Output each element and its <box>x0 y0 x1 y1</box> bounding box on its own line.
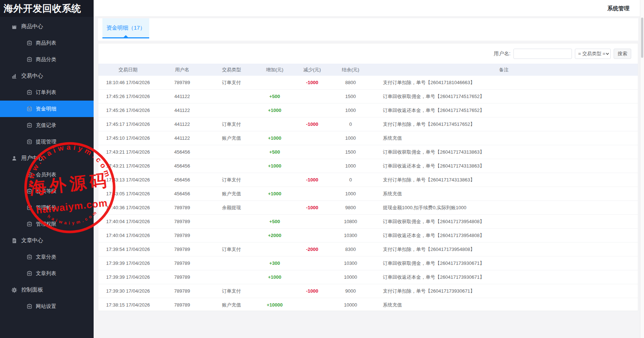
cell-user: 456456 <box>158 187 207 201</box>
cell-minus <box>293 145 331 159</box>
cell-balance: 0 <box>331 117 370 131</box>
cell-time: 17:45:26 17/04/2026 <box>98 104 158 117</box>
cell-add <box>256 201 293 215</box>
sidebar-item-label: 充值记录 <box>36 122 56 129</box>
username-input[interactable] <box>513 49 572 59</box>
cell-balance: 1000 <box>331 104 370 117</box>
cell-balance: 1000 <box>331 187 370 201</box>
cell-type: 订单支付 <box>207 173 256 187</box>
cell-time: 17:43:21 17/04/2026 <box>98 159 158 173</box>
column-header: 减少(元) <box>293 64 331 76</box>
sidebar-item-17[interactable]: 控制面板 <box>0 282 94 298</box>
cell-type: 订单支付 <box>207 76 256 90</box>
sidebar-item-4[interactable]: 交易中心 <box>0 68 94 84</box>
cell-minus <box>293 215 331 229</box>
doc-chart-icon <box>26 172 33 177</box>
content-card: 用户名: = 交易类型 = 搜索 交易日期用户名交易类型增加(元)减少(元)结余… <box>98 43 638 311</box>
table-row: 17:45:10 17/04/2026441122账户充值+10001000系统… <box>98 131 638 145</box>
sidebar-item-14[interactable]: 文章中心 <box>0 232 94 249</box>
cell-balance: 10000 <box>331 298 370 312</box>
doc-chart-icon <box>26 123 33 128</box>
sidebar-item-16[interactable]: 文章列表 <box>0 265 94 282</box>
table-row: 17:43:13 17/04/2026456456订单支付-10000支付订单扣… <box>98 173 638 187</box>
doc-chart-icon <box>26 40 33 46</box>
doc-chart-icon <box>26 221 33 227</box>
cell-minus <box>293 256 331 270</box>
cell-type <box>207 229 256 243</box>
cell-type <box>207 104 256 117</box>
cell-minus <box>293 159 331 173</box>
cell-type: 订单支付 <box>207 284 256 298</box>
doc-chart-icon <box>26 139 33 144</box>
app-root: 海外开发回收系统 商品中心商品列表商品分类交易中心订单列表资金明细充值记录提现管… <box>0 0 644 338</box>
table-row: 17:39:39 17/04/2026789789+30010300订单回收获取… <box>98 256 638 270</box>
cell-minus <box>293 270 331 284</box>
cell-minus <box>293 298 331 312</box>
sidebar-item-6[interactable]: 资金明细 <box>0 101 94 117</box>
cell-remark: 订单回收获取佣金，单号【260417173930671】 <box>370 256 638 270</box>
tab-bar: 资金明细（17） <box>98 18 638 41</box>
user-icon <box>11 155 17 161</box>
search-button[interactable]: 搜索 <box>614 49 631 59</box>
doc-chart-icon <box>26 205 33 210</box>
system-admin-menu[interactable]: 系统管理 <box>607 0 629 16</box>
sidebar-item-label: 会员列表 <box>36 172 56 178</box>
sidebar-item-18[interactable]: 网站设置 <box>0 298 94 315</box>
sidebar-item-9[interactable]: 用户中心 <box>0 150 94 166</box>
cell-add: +1000 <box>256 187 293 201</box>
cell-user: 441122 <box>158 117 207 131</box>
sidebar-item-label: 提现管理 <box>36 139 56 145</box>
sidebar-item-3[interactable]: 商品分类 <box>0 51 94 68</box>
vertical-scrollbar[interactable] <box>640 0 644 338</box>
sidebar-item-2[interactable]: 商品列表 <box>0 35 94 51</box>
sidebar-item-10[interactable]: 会员列表 <box>0 166 94 183</box>
transaction-type-select[interactable]: = 交易类型 = <box>575 49 611 59</box>
cell-type <box>207 145 256 159</box>
table-row: 17:39:54 17/04/2026789789订单支付-20008300支付… <box>98 243 638 256</box>
cell-type: 账户充值 <box>207 298 256 312</box>
table-row: 17:43:05 17/04/2026456456账户充值+10001000系统… <box>98 187 638 201</box>
sidebar-item-8[interactable]: 提现管理 <box>0 134 94 150</box>
cell-user: 456456 <box>158 159 207 173</box>
sidebar-item-label: 会员等级 <box>36 188 56 195</box>
sidebar-item-7[interactable]: 充值记录 <box>0 117 94 134</box>
cell-minus <box>293 131 331 145</box>
sidebar-item-label: 资金明细 <box>36 106 56 112</box>
app-title: 海外开发回收系统 <box>0 0 94 17</box>
sidebar-item-label: 文章列表 <box>36 270 56 277</box>
table-row: 17:43:21 17/04/2026456456+5001500订单回收获取佣… <box>98 145 638 159</box>
sidebar-item-label: 管理权限 <box>36 221 56 228</box>
cell-add: +1000 <box>256 270 293 284</box>
sidebar-item-12[interactable]: 管理帐号 <box>0 199 94 216</box>
scrollbar-thumb[interactable] <box>641 18 643 58</box>
table-header: 交易日期用户名交易类型增加(元)减少(元)结余(元)备注 <box>98 64 638 76</box>
cell-remark: 支付订单扣除，单号【260417181046663】 <box>370 76 638 90</box>
sidebar-item-1[interactable]: 商品中心 <box>0 18 94 35</box>
topbar: 系统管理 <box>94 0 644 17</box>
cell-user: 789789 <box>158 270 207 284</box>
cell-remark: 订单回收返还本金，单号【260417173930671】 <box>370 270 638 284</box>
cell-add: +1000 <box>256 131 293 145</box>
fund-table: 交易日期用户名交易类型增加(元)减少(元)结余(元)备注 18:10:46 17… <box>98 64 638 312</box>
sidebar-item-label: 商品列表 <box>36 40 56 46</box>
gear-icon <box>11 287 17 293</box>
cell-add: +1000 <box>256 104 293 117</box>
sidebar-item-label: 管理帐号 <box>36 204 56 211</box>
doc-chart-icon <box>26 90 33 95</box>
cell-minus <box>293 187 331 201</box>
cell-user: 789789 <box>158 215 207 229</box>
cell-user: 789789 <box>158 243 207 256</box>
sidebar-item-label: 网站设置 <box>36 303 56 310</box>
tab-fund-details[interactable]: 资金明细（17） <box>102 18 149 38</box>
cell-remark: 订单回收获取佣金，单号【260417174517652】 <box>370 90 638 104</box>
sidebar-item-5[interactable]: 订单列表 <box>0 84 94 101</box>
sidebar-item-label: 交易中心 <box>21 72 43 79</box>
sidebar-item-15[interactable]: 文章分类 <box>0 249 94 265</box>
cell-remark: 订单回收获取佣金，单号【260417174313863】 <box>370 145 638 159</box>
doc-chart-icon <box>26 271 33 276</box>
cell-add <box>256 243 293 256</box>
sidebar-item-13[interactable]: 管理权限 <box>0 216 94 232</box>
sidebar-item-11[interactable]: 会员等级 <box>0 183 94 199</box>
sidebar-item-label: 订单列表 <box>36 89 56 96</box>
bar-chart-icon <box>11 73 17 79</box>
